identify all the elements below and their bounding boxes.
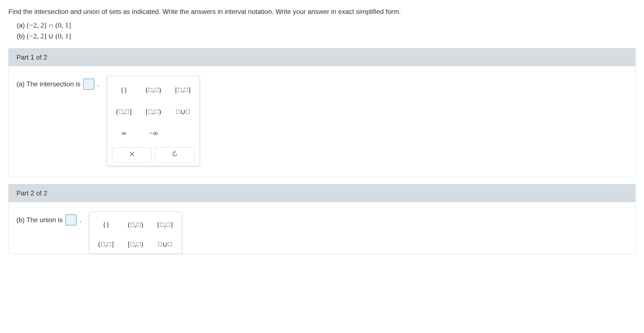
part-1-answer-label: (a) The intersection is [16,80,80,88]
keypad-infinity-button[interactable]: ∞ [112,124,136,142]
placeholder-icon [154,110,158,114]
period: . [97,80,99,88]
part-1-container: Part 1 of 2 (a) The intersection is . {}… [8,48,636,177]
keypad-closed-closed-button[interactable]: [,] [153,217,177,232]
part-2-container: Part 2 of 2 (b) The union is . {} (,) [,… [8,184,636,254]
keypad-empty-set-button[interactable]: {} [94,217,118,232]
neg-infinity-label: −∞ [149,129,158,138]
keypad-closed-open-button[interactable]: [,) [142,103,165,121]
placeholder-icon [168,242,172,246]
placeholder-icon [166,223,170,227]
placeholder-icon [137,223,141,227]
placeholder-icon [148,110,152,114]
close-icon [129,151,135,158]
placeholder-icon [184,88,188,92]
placeholder-icon [178,88,182,92]
keypad-spacer [171,124,195,142]
keypad-neg-infinity-button[interactable]: −∞ [142,124,165,142]
part-1-body: (a) The intersection is . {} (,) [,] (,]… [9,66,635,177]
keypad-union-button[interactable]: ∪ [171,103,195,121]
keypad-open-closed-button[interactable]: (,] [112,103,136,121]
sub-b-label: (b) [17,32,27,40]
placeholder-icon [158,242,162,246]
reset-icon [172,151,178,159]
placeholder-icon [125,110,129,114]
placeholder-icon [148,88,152,92]
placeholder-icon [154,88,158,92]
keypad-empty-set-button[interactable]: {} [112,81,136,99]
part-2-answer-line: (b) The union is . [16,212,81,226]
keypad-part-1: {} (,) [,] (,] [,) ∪ ∞ −∞ [107,76,200,166]
union-answer-input[interactable] [65,214,77,226]
keypad-clear-button[interactable] [112,147,152,162]
sub-b-math: (−2, 2] ∪ (0, 1] [27,32,71,40]
keypad-reset-button[interactable] [155,147,195,162]
placeholder-icon [119,110,123,114]
infinity-label: ∞ [121,129,127,138]
keypad-part-2: {} (,) [,] (,] [,) ∪ [89,212,182,254]
keypad-open-open-button[interactable]: (,) [124,217,147,232]
part-2-answer-label: (b) The union is [16,216,63,224]
keypad-closed-open-button[interactable]: [,) [124,236,147,252]
sub-a-math: (−2, 2] ∩ (0, 1] [27,21,71,29]
placeholder-icon [176,110,180,114]
question-sub-a: (a) (−2, 2] ∩ (0, 1] [0,20,644,31]
placeholder-icon [137,242,141,246]
placeholder-icon [101,242,105,246]
placeholder-icon [107,242,111,246]
placeholder-icon [131,223,134,227]
placeholder-icon [160,223,164,227]
placeholder-icon [131,242,134,246]
intersection-answer-input[interactable] [83,79,94,90]
part-2-header: Part 2 of 2 [9,184,635,202]
part-2-body: (b) The union is . {} (,) [,] (,] [,) ∪ [9,202,635,254]
question-sub-b: (b) (−2, 2] ∪ (0, 1] [0,31,644,41]
period: . [79,216,81,224]
part-1-answer-line: (a) The intersection is . [16,76,99,90]
question-prompt: Find the intersection and union of sets … [0,0,644,20]
placeholder-icon [186,110,190,114]
keypad-open-open-button[interactable]: (,) [142,81,165,99]
empty-set-label: {} [103,221,110,229]
keypad-open-closed-button[interactable]: (,] [94,236,118,252]
part-1-header: Part 1 of 2 [9,48,635,66]
sub-a-label: (a) [17,21,27,29]
keypad-closed-closed-button[interactable]: [,] [171,81,195,99]
empty-set-label: {} [121,86,127,94]
keypad-union-button[interactable]: ∪ [153,236,177,252]
